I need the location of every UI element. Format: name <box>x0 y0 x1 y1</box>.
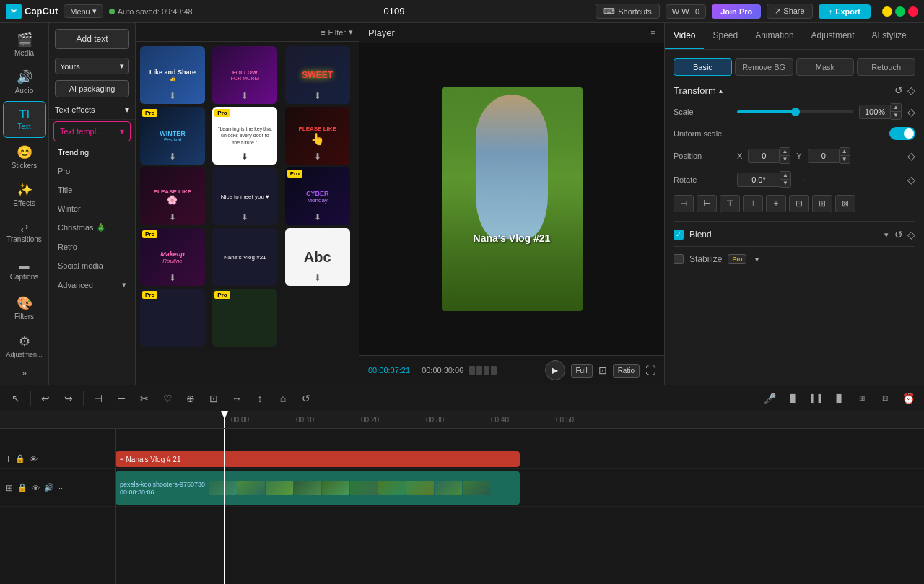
sub-tab-retouch[interactable]: Retouch <box>857 58 915 76</box>
template-please-like2[interactable]: PLEASE LIKE 🌸 ⬇ <box>140 167 205 225</box>
sub-tab-remove-bg[interactable]: Remove BG <box>735 58 793 76</box>
scale-slider-thumb[interactable] <box>791 108 800 116</box>
layout-button[interactable]: ⊟ <box>875 388 895 409</box>
crop-button[interactable]: ⊡ <box>598 365 607 376</box>
scale-increment-button[interactable]: ▲ <box>891 104 901 112</box>
nav-item-advanced[interactable]: Advanced ▾ <box>49 275 135 295</box>
timeline-settings-button[interactable]: ⏰ <box>898 388 918 409</box>
playhead[interactable] <box>224 411 225 428</box>
y-value[interactable]: 0 <box>808 149 840 163</box>
sidebar-item-stickers[interactable]: 😊 Stickers <box>3 139 46 175</box>
quality-button[interactable]: Full <box>571 364 593 378</box>
video-visibility-icon[interactable]: 👁 <box>32 484 40 492</box>
template-makeup-routine[interactable]: Pro Makeup Routine ⬇ <box>140 228 205 286</box>
text-effects-section[interactable]: Text effects ▾ <box>49 100 135 120</box>
group-button[interactable]: ⊕ <box>180 388 201 409</box>
insert-button[interactable]: ⊞ <box>852 388 872 409</box>
sidebar-item-effects[interactable]: ✨ Effects <box>3 177 46 213</box>
freeze-button[interactable]: ♡ <box>157 388 178 409</box>
nav-item-pro[interactable]: Pro <box>49 162 135 180</box>
template-follow-more[interactable]: FOLLOW FOR MORE! ⬇ <box>212 46 277 104</box>
tool-more-button[interactable]: » <box>3 365 46 382</box>
flip-h-button[interactable]: ↔ <box>227 388 247 409</box>
ratio-button[interactable]: Ratio <box>613 364 640 378</box>
player-menu-icon[interactable]: ≡ <box>650 28 655 38</box>
nav-item-trending[interactable]: Trending <box>49 143 135 162</box>
sidebar-item-text[interactable]: TI Text <box>3 101 46 137</box>
align-top-button[interactable]: ⊥ <box>743 195 763 212</box>
close-button[interactable] <box>908 6 918 17</box>
rotate-value[interactable]: 0.0° <box>737 173 780 187</box>
join-pro-button[interactable]: Join Pro <box>712 4 761 19</box>
rotate-tool-button[interactable]: ↺ <box>296 388 316 409</box>
nav-item-christmas[interactable]: Christmas 🎄 <box>49 218 135 237</box>
flip-v-button[interactable]: ↕ <box>250 388 270 409</box>
audio-track-button[interactable]: ▐▌ <box>783 388 803 409</box>
template-pro-2[interactable]: Pro ··· <box>212 289 277 347</box>
uniform-scale-toggle[interactable] <box>889 127 915 140</box>
sub-tab-mask[interactable]: Mask <box>796 58 855 76</box>
tab-ai-stylize[interactable]: AI stylize <box>863 23 915 49</box>
tab-speed[interactable]: Speed <box>704 23 746 49</box>
split-button[interactable]: ⊣ <box>88 388 108 409</box>
template-please-like[interactable]: PLEASE LIKE 👆 ⬇ <box>285 107 350 165</box>
redo-button[interactable]: ↪ <box>58 388 79 409</box>
template-winter-festival[interactable]: Pro WINTER Festival ⬇ <box>140 107 205 165</box>
nav-item-retro[interactable]: Retro <box>49 237 135 256</box>
blend-checkbox[interactable]: ✓ <box>674 230 684 240</box>
video-clip[interactable]: pexels-koolshooters-9750730 00:00:30:06 <box>116 471 520 505</box>
ai-packaging-button[interactable]: AI packaging <box>55 80 129 97</box>
sidebar-item-media[interactable]: 🎬 Media <box>3 26 46 62</box>
template-filter-button[interactable]: ≡ Filter ▾ <box>321 27 353 37</box>
text-visibility-icon[interactable]: 👁 <box>30 455 38 463</box>
x-decrement-button[interactable]: ▼ <box>780 156 790 163</box>
template-like-share[interactable]: Like and Share 👍 ⬇ <box>140 46 205 104</box>
position-reset-button[interactable]: ◇ <box>907 150 915 162</box>
fullscreen-button[interactable]: ⛶ <box>645 365 655 376</box>
sidebar-item-transitions[interactable]: ⇄ Transitions <box>3 214 46 250</box>
stabilize-checkbox[interactable] <box>674 254 684 264</box>
rotate-decrement-button[interactable]: ▼ <box>780 180 790 187</box>
transform-keyframe-button[interactable]: ◇ <box>907 84 915 96</box>
blend-keyframe-button[interactable]: ◇ <box>907 229 915 240</box>
blend-reset-button[interactable]: ↺ <box>894 229 903 240</box>
template-learning[interactable]: Pro "Learning is the key that unlocks ev… <box>212 107 277 165</box>
audio-mix-button[interactable]: ▌▐ <box>806 388 826 409</box>
template-cyber-monday[interactable]: Pro CYBER Monday ⬇ <box>285 167 350 225</box>
template-sweet[interactable]: SWEET ⬇ <box>285 46 350 104</box>
shortcuts-button[interactable]: ⌨ Shortcuts <box>596 4 659 19</box>
template-nice-meet[interactable]: Nice to meet you ♥ ⬇ <box>212 167 277 225</box>
x-value[interactable]: 0 <box>748 149 780 163</box>
template-nanas-vlog[interactable]: Nana's Vlog #21 <box>212 228 277 286</box>
align-left-button[interactable]: ⊣ <box>674 195 694 212</box>
rotate-increment-button[interactable]: ▲ <box>780 172 790 180</box>
split2-button[interactable]: ⊢ <box>111 388 131 409</box>
workspace-button[interactable]: W W...0 <box>666 4 707 19</box>
blend-dropdown-icon[interactable]: ▾ <box>884 230 889 240</box>
tab-video[interactable]: Video <box>665 23 704 49</box>
crop-tool-button[interactable]: ⊡ <box>204 388 224 409</box>
maximize-button[interactable] <box>895 6 905 17</box>
select-tool-button[interactable]: ↖ <box>6 388 26 409</box>
video-more-icon[interactable]: ··· <box>58 484 65 492</box>
undo-button[interactable]: ↩ <box>35 388 56 409</box>
menu-button[interactable]: Menu ▾ <box>64 4 103 18</box>
yours-dropdown[interactable]: Yours ▾ <box>55 58 129 74</box>
align-bottom-button[interactable]: ⊟ <box>789 195 809 212</box>
nav-item-social[interactable]: Social media <box>49 256 135 275</box>
distribute-v-button[interactable]: ⊠ <box>835 195 855 212</box>
distribute-h-button[interactable]: ⊞ <box>812 195 832 212</box>
sub-tab-basic[interactable]: Basic <box>674 58 732 76</box>
scale-reset-button[interactable]: ◇ <box>907 106 915 118</box>
align-right-button[interactable]: ⊤ <box>720 195 740 212</box>
delete-button[interactable]: ✂ <box>134 388 154 409</box>
export-button[interactable]: ↑ Export <box>819 4 871 19</box>
scale-decrement-button[interactable]: ▼ <box>891 112 901 119</box>
transform-reset-button[interactable]: ↺ <box>894 84 903 96</box>
template-pro-1[interactable]: Pro ··· <box>140 289 205 347</box>
template-abc[interactable]: Abc ⬇ <box>285 228 350 286</box>
y-decrement-button[interactable]: ▼ <box>840 156 850 163</box>
align-center-v-button[interactable]: + <box>766 195 786 212</box>
play-button[interactable]: ▶ <box>545 360 565 380</box>
sidebar-item-captions[interactable]: ▬ Captions <box>3 252 46 288</box>
